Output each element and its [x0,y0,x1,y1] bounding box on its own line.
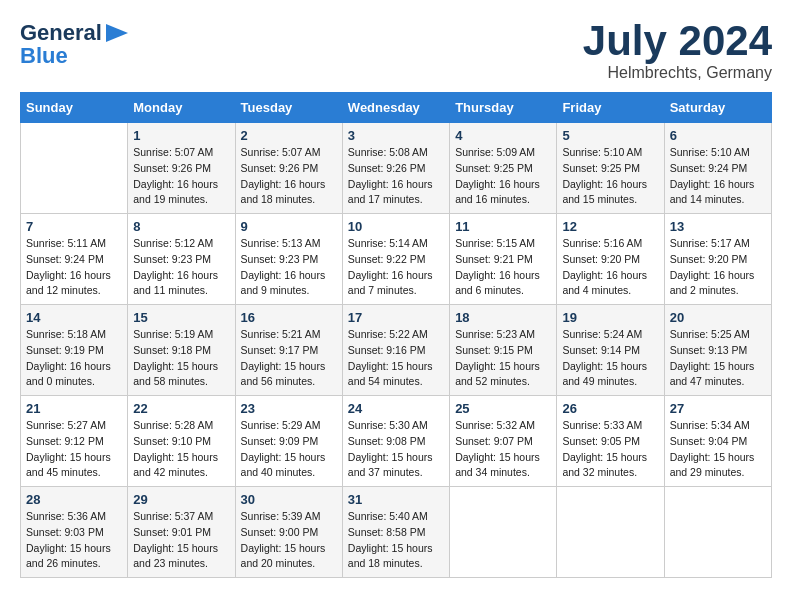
day-number: 8 [133,219,229,234]
day-number: 24 [348,401,444,416]
day-info-line: Sunset: 9:04 PM [670,434,766,450]
calendar-cell: 21Sunrise: 5:27 AMSunset: 9:12 PMDayligh… [21,396,128,487]
day-info-line: Sunrise: 5:29 AM [241,418,337,434]
title-section: July 2024 Helmbrechts, Germany [583,20,772,82]
calendar-cell: 16Sunrise: 5:21 AMSunset: 9:17 PMDayligh… [235,305,342,396]
calendar-cell: 22Sunrise: 5:28 AMSunset: 9:10 PMDayligh… [128,396,235,487]
day-info-line: Sunset: 9:16 PM [348,343,444,359]
day-info-line: Sunset: 9:23 PM [241,252,337,268]
day-info-line: Sunrise: 5:13 AM [241,236,337,252]
day-number: 14 [26,310,122,325]
day-info-line: Sunset: 9:19 PM [26,343,122,359]
day-info-line: Sunset: 9:26 PM [133,161,229,177]
day-info-line: and 14 minutes. [670,192,766,208]
day-info-line: Sunrise: 5:17 AM [670,236,766,252]
column-header-saturday: Saturday [664,93,771,123]
column-header-monday: Monday [128,93,235,123]
day-info-line: Sunset: 9:25 PM [562,161,658,177]
calendar-cell: 17Sunrise: 5:22 AMSunset: 9:16 PMDayligh… [342,305,449,396]
calendar-cell: 20Sunrise: 5:25 AMSunset: 9:13 PMDayligh… [664,305,771,396]
calendar-cell: 9Sunrise: 5:13 AMSunset: 9:23 PMDaylight… [235,214,342,305]
day-info-line: Sunrise: 5:24 AM [562,327,658,343]
day-info-line: Sunrise: 5:19 AM [133,327,229,343]
day-info-line: Daylight: 15 hours [348,541,444,557]
day-info-line: Sunrise: 5:32 AM [455,418,551,434]
day-info-line: Sunrise: 5:33 AM [562,418,658,434]
day-info-line: Sunrise: 5:09 AM [455,145,551,161]
day-info-line: Sunset: 9:25 PM [455,161,551,177]
calendar-cell: 2Sunrise: 5:07 AMSunset: 9:26 PMDaylight… [235,123,342,214]
day-info-line: Sunset: 8:58 PM [348,525,444,541]
day-info-line: Sunrise: 5:08 AM [348,145,444,161]
day-info-line: Daylight: 15 hours [670,450,766,466]
day-info-line: Sunrise: 5:18 AM [26,327,122,343]
calendar-cell: 31Sunrise: 5:40 AMSunset: 8:58 PMDayligh… [342,487,449,578]
day-number: 2 [241,128,337,143]
day-info-line: Daylight: 16 hours [455,177,551,193]
day-number: 19 [562,310,658,325]
day-info-line: and 23 minutes. [133,556,229,572]
day-info-line: Daylight: 15 hours [455,450,551,466]
day-number: 15 [133,310,229,325]
day-info-line: Daylight: 16 hours [241,177,337,193]
day-number: 26 [562,401,658,416]
day-number: 21 [26,401,122,416]
calendar-cell: 30Sunrise: 5:39 AMSunset: 9:00 PMDayligh… [235,487,342,578]
calendar-cell: 19Sunrise: 5:24 AMSunset: 9:14 PMDayligh… [557,305,664,396]
day-info-line: Sunrise: 5:07 AM [133,145,229,161]
day-info-line: and 45 minutes. [26,465,122,481]
calendar-cell: 11Sunrise: 5:15 AMSunset: 9:21 PMDayligh… [450,214,557,305]
day-info-line: Daylight: 16 hours [455,268,551,284]
calendar-cell: 12Sunrise: 5:16 AMSunset: 9:20 PMDayligh… [557,214,664,305]
day-info-line: Sunset: 9:05 PM [562,434,658,450]
day-number: 18 [455,310,551,325]
day-info-line: Sunset: 9:20 PM [562,252,658,268]
day-info-line: Sunset: 9:22 PM [348,252,444,268]
day-number: 20 [670,310,766,325]
day-info-line: and 2 minutes. [670,283,766,299]
calendar-cell [450,487,557,578]
calendar-cell: 8Sunrise: 5:12 AMSunset: 9:23 PMDaylight… [128,214,235,305]
calendar-cell: 3Sunrise: 5:08 AMSunset: 9:26 PMDaylight… [342,123,449,214]
logo-blue: Blue [20,44,128,68]
day-number: 13 [670,219,766,234]
day-info-line: and 18 minutes. [348,556,444,572]
day-number: 5 [562,128,658,143]
day-info-line: Sunrise: 5:27 AM [26,418,122,434]
day-info-line: Sunrise: 5:28 AM [133,418,229,434]
day-info-line: Sunrise: 5:07 AM [241,145,337,161]
calendar-cell: 14Sunrise: 5:18 AMSunset: 9:19 PMDayligh… [21,305,128,396]
day-info-line: Sunset: 9:18 PM [133,343,229,359]
day-info-line: Sunset: 9:09 PM [241,434,337,450]
day-info-line: Sunset: 9:26 PM [348,161,444,177]
day-info-line: and 19 minutes. [133,192,229,208]
day-info-line: and 32 minutes. [562,465,658,481]
day-number: 7 [26,219,122,234]
page-header: General Blue July 2024 Helmbrechts, Germ… [20,20,772,82]
day-info-line: Sunrise: 5:30 AM [348,418,444,434]
calendar-table: SundayMondayTuesdayWednesdayThursdayFrid… [20,92,772,578]
day-info-line: and 17 minutes. [348,192,444,208]
day-number: 9 [241,219,337,234]
day-info-line: Sunset: 9:13 PM [670,343,766,359]
day-info-line: Daylight: 16 hours [562,268,658,284]
day-info-line: and 11 minutes. [133,283,229,299]
calendar-cell: 29Sunrise: 5:37 AMSunset: 9:01 PMDayligh… [128,487,235,578]
day-info-line: and 58 minutes. [133,374,229,390]
day-info-line: Daylight: 15 hours [26,541,122,557]
day-info-line: and 37 minutes. [348,465,444,481]
day-info-line: Daylight: 15 hours [241,541,337,557]
day-info-line: Sunset: 9:14 PM [562,343,658,359]
calendar-cell: 10Sunrise: 5:14 AMSunset: 9:22 PMDayligh… [342,214,449,305]
calendar-cell: 28Sunrise: 5:36 AMSunset: 9:03 PMDayligh… [21,487,128,578]
day-info-line: and 16 minutes. [455,192,551,208]
day-info-line: Sunset: 9:20 PM [670,252,766,268]
day-info-line: Sunrise: 5:22 AM [348,327,444,343]
month-title: July 2024 [583,20,772,62]
day-info-line: Sunset: 9:08 PM [348,434,444,450]
logo: General Blue [20,20,128,68]
header-row: SundayMondayTuesdayWednesdayThursdayFrid… [21,93,772,123]
day-info-line: and 7 minutes. [348,283,444,299]
day-info-line: and 49 minutes. [562,374,658,390]
day-info-line: Daylight: 16 hours [133,177,229,193]
